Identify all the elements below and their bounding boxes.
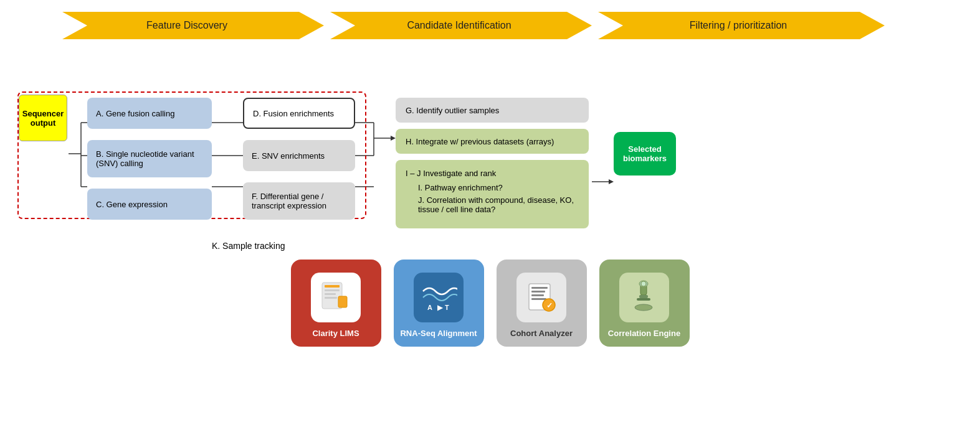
box-c-label: C. Gene expression	[96, 200, 168, 209]
page-container: Feature Discovery Candidate Identificati…	[0, 0, 980, 440]
rnaseq-icon: A ▶ T	[420, 279, 457, 316]
box-f-label: F. Differential gene / transcript expres…	[252, 192, 346, 210]
svg-rect-38	[637, 298, 650, 301]
pipeline-arrows-svg: Feature Discovery Candidate Identificati…	[62, 9, 922, 42]
correlation-icon	[626, 279, 663, 316]
pipeline-header: Feature Discovery Candidate Identificati…	[62, 9, 968, 42]
tools-row: Clarity LIMS A ▶ T RNA-Seq Alignment	[12, 260, 968, 347]
clarity-label: Clarity LIMS	[307, 329, 364, 338]
clarity-icon	[317, 279, 354, 316]
box-b-label: B. Single nucleotide variant (SNV) calli…	[96, 149, 203, 168]
svg-text:✓: ✓	[546, 301, 553, 310]
svg-marker-16	[391, 136, 396, 141]
stage3-label: Filtering / prioritization	[690, 20, 787, 30]
svg-rect-30	[531, 291, 545, 293]
svg-text:▶: ▶	[437, 304, 444, 311]
box-b: B. Single nucleotide variant (SNV) calli…	[87, 140, 212, 177]
svg-text:T: T	[445, 304, 449, 311]
box-g-label: G. Identify outlier samples	[406, 106, 499, 115]
sample-tracking-label: K. Sample tracking	[212, 241, 285, 251]
cohort-label: Cohort Analyzer	[505, 329, 578, 338]
box-ij-title: I – J Investigate and rank	[406, 169, 579, 178]
svg-rect-29	[531, 287, 548, 289]
cohort-icon: ✓	[523, 279, 560, 316]
tool-cohort[interactable]: ✓ Cohort Analyzer	[497, 260, 587, 347]
box-j-sub: J. Correlation with compound, disease, K…	[406, 195, 579, 214]
box-g: G. Identify outlier samples	[396, 98, 589, 123]
svg-point-39	[635, 304, 652, 311]
tool-clarity[interactable]: Clarity LIMS	[291, 260, 381, 347]
box-d: D. Fusion enrichments	[243, 98, 355, 129]
box-ij: I – J Investigate and rank I. Pathway en…	[396, 160, 589, 228]
col-def: D. Fusion enrichments E. SNV enrichments…	[243, 98, 355, 220]
svg-rect-24	[338, 296, 347, 307]
tool-rnaseq[interactable]: A ▶ T RNA-Seq Alignment	[394, 260, 484, 347]
box-h: H. Integrate w/ previous datasets (array…	[396, 129, 589, 154]
svg-rect-20	[325, 285, 340, 288]
svg-rect-23	[325, 297, 337, 299]
svg-point-40	[641, 281, 646, 286]
sequencer-box: Sequencer output	[19, 95, 67, 141]
box-c: C. Gene expression	[87, 189, 212, 220]
stage1-label: Feature Discovery	[146, 20, 227, 30]
sequencer-label: Sequencer output	[22, 109, 64, 128]
svg-marker-18	[609, 179, 614, 184]
svg-rect-37	[639, 295, 648, 298]
box-h-label: H. Integrate w/ previous datasets (array…	[406, 137, 554, 146]
biomarkers-label: Selected biomarkers	[621, 144, 668, 163]
box-d-label: D. Fusion enrichments	[253, 109, 334, 118]
svg-text:A: A	[427, 304, 432, 311]
svg-rect-21	[325, 289, 340, 291]
svg-rect-31	[531, 294, 544, 296]
svg-rect-22	[325, 293, 336, 295]
biomarkers-box: Selected biomarkers	[614, 132, 676, 176]
box-a-label: A. Gene fusion calling	[96, 109, 174, 118]
stage2-label: Candidate Identification	[407, 20, 511, 30]
box-e: E. SNV enrichments	[243, 140, 355, 171]
correlation-label: Correlation Engine	[603, 329, 685, 338]
box-a: A. Gene fusion calling	[87, 98, 212, 129]
tool-correlation[interactable]: Correlation Engine	[599, 260, 690, 347]
tools-section: Clarity LIMS A ▶ T RNA-Seq Alignment	[12, 260, 968, 347]
svg-rect-32	[531, 298, 546, 300]
box-i-sub: I. Pathway enrichment?	[406, 183, 579, 192]
box-f: F. Differential gene / transcript expres…	[243, 182, 355, 220]
col-abc: A. Gene fusion calling B. Single nucleot…	[87, 98, 212, 220]
box-e-label: E. SNV enrichments	[252, 151, 325, 161]
col-ghij: G. Identify outlier samples H. Integrate…	[396, 98, 589, 228]
rnaseq-label: RNA-Seq Alignment	[395, 329, 482, 338]
